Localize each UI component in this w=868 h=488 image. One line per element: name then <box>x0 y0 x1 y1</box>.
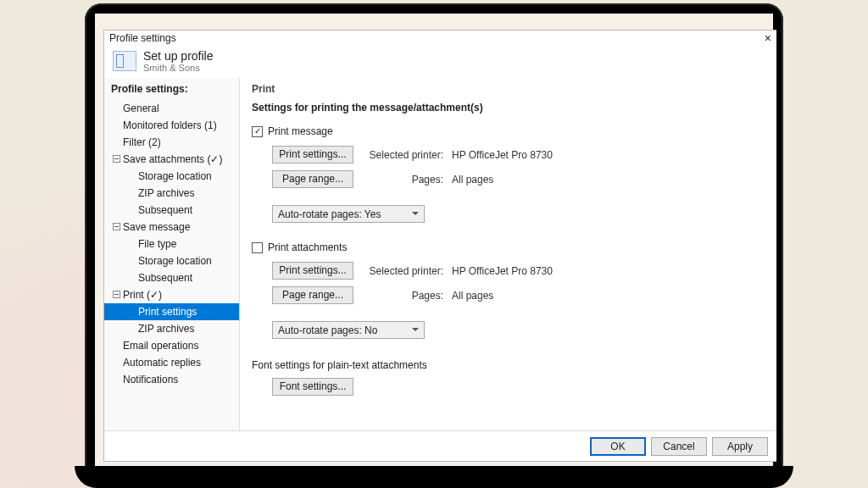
profile-icon <box>113 51 136 71</box>
dialog-window: Profile settings × Set up profile Smith … <box>103 30 776 462</box>
font-settings-button[interactable]: Font settings... <box>272 378 353 396</box>
sidebar-item-monitored[interactable]: Monitored folders (1) <box>104 117 239 134</box>
pages-label: Pages: <box>362 171 443 188</box>
checkmark-icon: ✓ <box>252 126 263 137</box>
sidebar-item-subsequent-2[interactable]: Subsequent <box>104 269 239 286</box>
pages-value: All pages <box>452 171 493 188</box>
sidebar: Profile settings: General Monitored fold… <box>104 78 240 430</box>
panel-title: Print <box>252 83 765 95</box>
pages-label-2: Pages: <box>362 287 443 304</box>
selected-printer-label-2: Selected printer: <box>362 263 443 280</box>
cancel-button[interactable]: Cancel <box>651 437 707 456</box>
dialog-header: Set up profile Smith & Sons <box>104 46 776 78</box>
window-title: Profile settings <box>109 32 176 44</box>
print-settings-button-2[interactable]: Print settings... <box>272 262 353 280</box>
page-range-button-2[interactable]: Page range... <box>272 286 353 304</box>
sidebar-item-automatic-replies[interactable]: Automatic replies <box>104 354 239 371</box>
laptop-base <box>75 466 793 488</box>
laptop-frame: Profile settings × Set up profile Smith … <box>85 3 783 468</box>
selected-printer-label: Selected printer: <box>362 147 443 164</box>
sidebar-item-print-settings[interactable]: Print settings <box>104 303 239 320</box>
sidebar-item-zip-archives-2[interactable]: ZIP archives <box>104 320 239 337</box>
sidebar-item-storage-location-2[interactable]: Storage location <box>104 252 239 269</box>
header-subtitle: Smith & Sons <box>143 63 214 73</box>
print-settings-button[interactable]: Print settings... <box>272 146 353 164</box>
sidebar-item-print[interactable]: Print (✓) <box>104 286 239 303</box>
checkbox-label: Print attachments <box>268 241 347 253</box>
auto-rotate-select-att[interactable]: Auto-rotate pages: No <box>272 321 425 339</box>
sidebar-item-email-operations[interactable]: Email operations <box>104 337 239 354</box>
checkbox-print-attachments[interactable]: Print attachments <box>252 241 765 253</box>
ok-button[interactable]: OK <box>590 437 646 456</box>
selected-printer-value-2: HP OfficeJet Pro 8730 <box>452 263 553 280</box>
checkbox-empty-icon <box>252 242 263 253</box>
sidebar-item-storage-location[interactable]: Storage location <box>104 168 239 185</box>
checkbox-print-message[interactable]: ✓ Print message <box>252 125 765 137</box>
sidebar-item-subsequent[interactable]: Subsequent <box>104 202 239 219</box>
sidebar-item-save-attachments[interactable]: Save attachments (✓) <box>104 151 239 168</box>
header-title: Set up profile <box>143 49 214 63</box>
selected-printer-value: HP OfficeJet Pro 8730 <box>452 147 553 164</box>
select-value: Auto-rotate pages: Yes <box>278 208 381 220</box>
dialog-footer: OK Cancel Apply <box>104 430 776 461</box>
select-value: Auto-rotate pages: No <box>278 324 377 336</box>
panel-description: Settings for printing the message/attach… <box>252 102 765 114</box>
checkbox-label: Print message <box>268 125 333 137</box>
font-section-label: Font settings for plain-text attachments <box>252 359 765 371</box>
title-bar: Profile settings × <box>104 30 776 46</box>
sidebar-item-general[interactable]: General <box>104 100 239 117</box>
apply-button[interactable]: Apply <box>712 437 768 456</box>
sidebar-title: Profile settings: <box>104 83 239 100</box>
main-panel: Print Settings for printing the message/… <box>240 78 776 430</box>
sidebar-item-save-message[interactable]: Save message <box>104 219 239 236</box>
sidebar-item-notifications[interactable]: Notifications <box>104 371 239 388</box>
auto-rotate-select-msg[interactable]: Auto-rotate pages: Yes <box>272 205 425 223</box>
sidebar-item-file-type[interactable]: File type <box>104 236 239 252</box>
sidebar-item-zip-archives[interactable]: ZIP archives <box>104 185 239 202</box>
close-icon[interactable]: × <box>765 31 771 45</box>
sidebar-item-filter[interactable]: Filter (2) <box>104 134 239 151</box>
page-range-button[interactable]: Page range... <box>272 170 353 188</box>
pages-value-2: All pages <box>452 287 493 304</box>
